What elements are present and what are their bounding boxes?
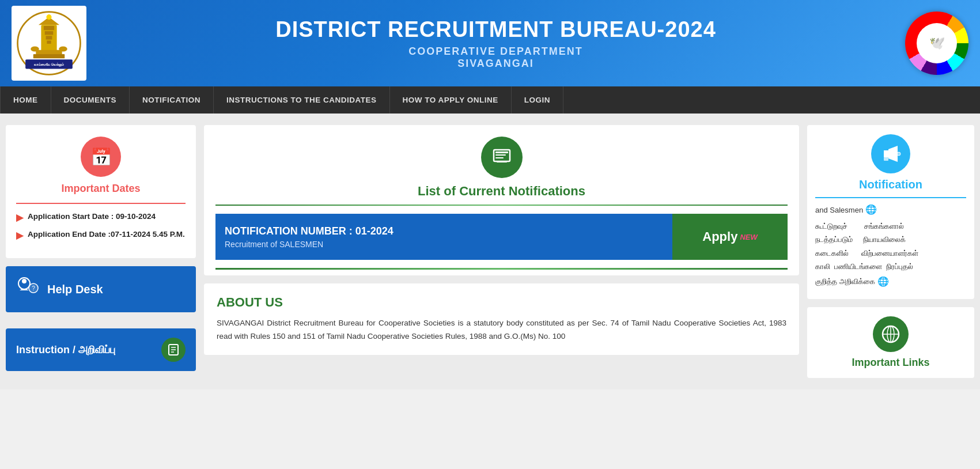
svg-rect-7	[47, 40, 51, 43]
emblem-logo: வாய்மையே வெல்லும்	[12, 6, 86, 81]
svg-rect-28	[495, 157, 504, 158]
notification-side-title: Notification	[815, 178, 966, 191]
important-dates-title: Important Dates	[16, 183, 186, 195]
notification-info: NOTIFICATION NUMBER : 01-2024 Recruitmen…	[215, 214, 672, 260]
svg-text:வாய்மையே வெல்லும்: வாய்மையே வெல்லும்	[34, 62, 64, 67]
svg-rect-29	[497, 161, 507, 162]
globe-icon-1: 🌐	[865, 205, 877, 214]
about-title: ABOUT US	[217, 295, 786, 310]
svg-marker-30	[884, 150, 888, 157]
important-links-box: Important Links	[807, 307, 974, 378]
svg-point-18	[22, 279, 27, 283]
important-links-icon	[873, 316, 909, 352]
instruction-icon	[161, 338, 186, 362]
helpdesk-label: Help Desk	[47, 283, 103, 296]
svg-rect-6	[46, 36, 52, 39]
nav-how-to-apply[interactable]: HOW TO APPLY ONLINE	[390, 86, 512, 114]
important-dates-box: 📅 Important Dates ▶ Application Start Da…	[6, 125, 196, 258]
notification-row: NOTIFICATION NUMBER : 01-2024 Recruitmen…	[215, 214, 788, 260]
arrow-icon-2: ▶	[16, 230, 23, 241]
nav-home[interactable]: HOME	[0, 86, 51, 114]
apply-button[interactable]: Apply NEW	[672, 214, 788, 260]
svg-rect-27	[495, 154, 506, 156]
svg-rect-9	[33, 54, 65, 58]
svg-rect-32	[884, 157, 888, 161]
svg-point-14	[59, 46, 67, 51]
header-titles: DISTRICT RECRUITMENT BUREAU-2024 COOPERA…	[86, 17, 905, 70]
about-box: ABOUT US SIVAGANGAI District Recruitment…	[204, 283, 799, 355]
arrow-icon: ▶	[16, 212, 23, 223]
svg-rect-5	[45, 31, 54, 35]
nav-instructions[interactable]: INSTRUCTIONS TO THE CANDIDATES	[214, 86, 390, 114]
nav-notification[interactable]: NOTIFICATION	[130, 86, 214, 114]
main-content: 📅 Important Dates ▶ Application Start Da…	[0, 114, 980, 389]
globe-icon-2: 🌐	[877, 274, 889, 290]
calendar-icon: 📅	[81, 137, 121, 177]
svg-text:🕊️: 🕊️	[929, 35, 945, 51]
svg-point-13	[31, 46, 39, 51]
notifications-bottom-divider	[215, 268, 788, 270]
notification-number: NOTIFICATION NUMBER : 01-2024	[225, 225, 663, 237]
main-title: DISTRICT RECRUITMENT BUREAU-2024	[98, 17, 894, 43]
svg-rect-4	[44, 26, 54, 30]
subtitle-dept: COOPERATIVE DEPARTMENT	[98, 46, 894, 58]
notification-side-divider	[815, 197, 966, 198]
site-header: வாய்மையே வெல்லும் DISTRICT RECRUITMENT B…	[0, 0, 980, 86]
notifications-box: List of Current Notifications NOTIFICATI…	[204, 125, 799, 275]
nav-documents[interactable]: DOCUMENTS	[51, 86, 130, 114]
notifications-title: List of Current Notifications	[215, 184, 788, 199]
helpdesk-box[interactable]: ? Help Desk	[6, 266, 196, 312]
instruction-label: Instruction / அறிவிப்பு	[16, 344, 115, 356]
notification-description: Recruitment of SALESMEN	[225, 240, 663, 249]
helpdesk-icon: ?	[16, 275, 39, 303]
svg-point-33	[897, 152, 900, 156]
svg-point-12	[46, 14, 51, 20]
center-icon: 🕊️	[917, 23, 957, 63]
svg-text:?: ?	[32, 285, 35, 292]
notification-side-icon	[871, 134, 910, 173]
new-badge: NEW	[740, 233, 757, 241]
date-start-label: Application Start Date : 09-10-2024	[28, 212, 156, 221]
instruction-box[interactable]: Instruction / அறிவிப்பு	[6, 328, 196, 371]
sidebar-right: Notification and Salesmen 🌐 கூட்டுறவுச் …	[807, 125, 974, 378]
main-navbar: HOME DOCUMENTS NOTIFICATION INSTRUCTIONS…	[0, 86, 980, 114]
important-links-title: Important Links	[815, 357, 966, 369]
notifications-icon	[481, 137, 523, 178]
apply-label: Apply	[702, 229, 737, 244]
notification-side-box: Notification and Salesmen 🌐 கூட்டுறவுச் …	[807, 125, 974, 299]
notifications-divider	[215, 205, 788, 206]
svg-rect-26	[495, 152, 508, 153]
svg-marker-31	[888, 146, 898, 162]
date-end: ▶ Application End Date :07-11-2024 5.45 …	[16, 230, 186, 241]
notification-english-text: and Salesmen 🌐	[815, 204, 966, 215]
subtitle-place: SIVAGANGAI	[98, 58, 894, 70]
date-end-label: Application End Date :07-11-2024 5.45 P.…	[28, 230, 185, 239]
dates-divider	[16, 203, 186, 204]
nav-login[interactable]: LOGIN	[512, 86, 563, 114]
notification-tamil-text: கூட்டுறவுச் சங்கங்களால் நடத்தப்படும் நிய…	[815, 220, 966, 290]
sidebar-left: 📅 Important Dates ▶ Application Start Da…	[6, 125, 196, 378]
about-text: SIVAGANGAI District Recruitment Bureau f…	[217, 317, 786, 343]
center-content: List of Current Notifications NOTIFICATI…	[204, 125, 799, 378]
rainbow-logo: 🕊️	[905, 12, 968, 75]
date-start: ▶ Application Start Date : 09-10-2024	[16, 212, 186, 223]
